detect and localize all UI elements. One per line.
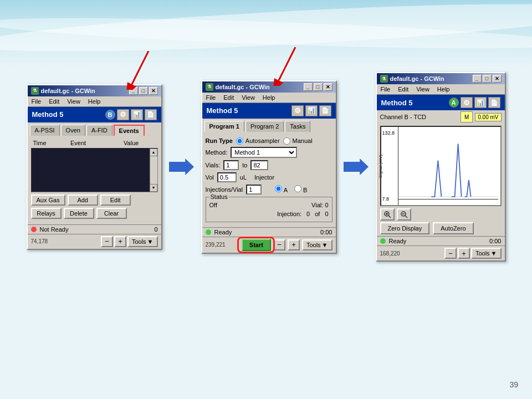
radio-autosampler-input[interactable] xyxy=(236,137,243,145)
scroll-down-1[interactable]: ▼ xyxy=(150,184,157,192)
dialog-1: ⚗ default.gc - GCWin _ □ ✕ File Edit Vie… xyxy=(27,84,162,250)
method-icon-gear-3[interactable]: ⚙ xyxy=(461,97,473,108)
method-icon-doc-2[interactable]: 📄 xyxy=(319,105,331,116)
injector-b-group: B xyxy=(294,185,307,193)
maximize-btn-1[interactable]: □ xyxy=(139,87,148,95)
btn-row-2: Relays Delete Clear xyxy=(31,208,158,219)
method-icon-gear-1[interactable]: ⚙ xyxy=(117,109,129,120)
method-label-1: Method 5 xyxy=(32,110,64,119)
method-icon-chart-2[interactable]: 📊 xyxy=(305,105,318,116)
step-plus-1[interactable]: + xyxy=(114,236,126,247)
method-icons-1: B ⚙ 📊 📄 xyxy=(105,109,157,120)
tab-tasks[interactable]: Tasks xyxy=(285,121,310,132)
tools-btn-2[interactable]: Tools ▼ xyxy=(302,239,332,250)
delete-btn[interactable]: Delete xyxy=(64,208,94,219)
coords-1: 74,178 xyxy=(31,238,48,244)
col-value: Value xyxy=(124,140,155,146)
tab-afid[interactable]: A-FID xyxy=(86,125,112,136)
stepper-3: − + Tools ▼ xyxy=(444,248,502,259)
minimize-btn-3[interactable]: _ xyxy=(473,75,482,83)
method-icon-doc-3[interactable]: 📄 xyxy=(488,97,500,108)
menu-view-1[interactable]: View xyxy=(65,98,82,105)
zoom-out-btn[interactable] xyxy=(397,208,411,221)
method-icon-a[interactable]: A xyxy=(449,98,459,108)
aux-gas-btn[interactable]: Aux Gas xyxy=(31,195,65,206)
blue-arrow-1 xyxy=(168,158,196,175)
events-panel: Time Event Value ▲ ▼ Aux Gas Add Edit xyxy=(28,136,161,224)
tools-btn-3[interactable]: Tools ▼ xyxy=(471,248,502,259)
add-btn[interactable]: Add xyxy=(68,195,98,206)
start-btn[interactable]: Start xyxy=(242,239,271,251)
step-plus-3[interactable]: + xyxy=(458,248,470,259)
method-icons-2: ⚙ 📊 📄 xyxy=(291,105,331,116)
close-btn-2[interactable]: ✕ xyxy=(324,83,332,91)
menu-help-3[interactable]: Help xyxy=(436,85,452,93)
vial-label-text: Vial: xyxy=(311,202,323,208)
tab-events[interactable]: Events xyxy=(114,125,145,136)
program1-panel: Run Type Autosampler Manual Method: Meth… xyxy=(202,132,336,227)
close-btn-1[interactable]: ✕ xyxy=(149,87,158,95)
method-icon-doc-1[interactable]: 📄 xyxy=(145,109,157,120)
menu-file-2[interactable]: File xyxy=(204,94,218,101)
zoom-in-btn[interactable] xyxy=(380,208,395,221)
chart-icon-m[interactable]: M xyxy=(461,111,473,122)
method-select[interactable]: Method 1 xyxy=(231,147,297,158)
minimize-btn-1[interactable]: _ xyxy=(129,87,138,95)
injection-total-text: 0 xyxy=(325,211,328,217)
maximize-btn-2[interactable]: □ xyxy=(314,83,323,91)
radio-manual-input[interactable] xyxy=(283,137,290,145)
menu-edit-1[interactable]: Edit xyxy=(47,98,61,105)
method-icon-chart-1[interactable]: 📊 xyxy=(131,109,143,120)
vial-value-text: 0 xyxy=(325,202,328,208)
titlebar-2: ⚗ default.gc - GCWin _ □ ✕ xyxy=(202,81,336,93)
injections-input[interactable] xyxy=(246,185,262,195)
tab-program1[interactable]: Program 1 xyxy=(204,121,244,132)
edit-btn[interactable]: Edit xyxy=(100,195,131,206)
autozero-btn[interactable]: AutoZero xyxy=(433,222,473,234)
zero-display-btn[interactable]: Zero Display xyxy=(380,222,430,234)
tab-oven[interactable]: Oven xyxy=(61,125,85,136)
injector-b-radio[interactable] xyxy=(294,185,301,192)
channel-label: Channel B - TCD xyxy=(380,114,427,120)
win-controls-2: _ □ ✕ xyxy=(304,83,332,91)
step-minus-2[interactable]: − xyxy=(273,239,285,250)
menu-view-2[interactable]: View xyxy=(240,94,257,101)
menu-help-1[interactable]: Help xyxy=(86,98,103,105)
method-icon-b[interactable]: B xyxy=(105,110,115,120)
step-minus-3[interactable]: − xyxy=(444,248,457,259)
tools-arrow-2: ▼ xyxy=(322,242,328,248)
menu-file-3[interactable]: File xyxy=(379,85,392,93)
minimize-btn-2[interactable]: _ xyxy=(304,83,313,91)
menu-edit-3[interactable]: Edit xyxy=(396,85,410,93)
chart-container: 132.8 7.8 Signal (mV) xyxy=(377,126,505,234)
titlebar-3: ⚗ default.gc - GCWin _ □ ✕ xyxy=(377,73,505,84)
step-plus-2[interactable]: + xyxy=(288,239,300,250)
vials-to-input[interactable] xyxy=(250,160,268,170)
menu-view-3[interactable]: View xyxy=(415,85,431,93)
scroll-up-1[interactable]: ▲ xyxy=(150,149,157,156)
injector-a-radio[interactable] xyxy=(275,185,282,192)
menu-help-2[interactable]: Help xyxy=(261,94,277,101)
method-icon-gear-2[interactable]: ⚙ xyxy=(291,105,304,116)
relays-btn[interactable]: Relays xyxy=(31,208,62,219)
maximize-btn-3[interactable]: □ xyxy=(483,75,492,83)
menu-file-1[interactable]: File xyxy=(30,98,43,105)
event-list[interactable]: ▲ ▼ xyxy=(31,148,158,192)
tools-btn-1[interactable]: Tools ▼ xyxy=(127,236,158,247)
step-minus-1[interactable]: − xyxy=(101,236,113,247)
clear-btn[interactable]: Clear xyxy=(96,208,127,219)
tab-program2[interactable]: Program 2 xyxy=(245,121,284,132)
chart-area: 132.8 7.8 Signal (mV) xyxy=(380,126,502,206)
tab-apssi[interactable]: A-PSSI xyxy=(30,125,60,136)
mv-group: M 0.00 mV xyxy=(461,111,501,122)
vials-from-input[interactable] xyxy=(223,160,239,170)
menu-edit-2[interactable]: Edit xyxy=(222,94,236,101)
method-icon-chart-3[interactable]: 📊 xyxy=(474,97,487,108)
injections-label: Injections/Vial xyxy=(206,186,243,193)
method-bar-1: Method 5 B ⚙ 📊 📄 xyxy=(28,107,161,122)
svg-line-8 xyxy=(405,216,407,218)
scrollbar-1[interactable]: ▲ ▼ xyxy=(150,149,157,192)
vol-input[interactable] xyxy=(217,172,237,182)
close-btn-3[interactable]: ✕ xyxy=(493,75,502,83)
tabs-row-2: Program 1 Program 2 Tasks xyxy=(202,119,336,132)
